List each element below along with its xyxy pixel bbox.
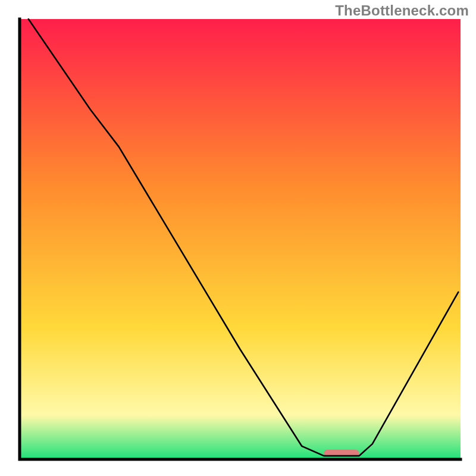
plot-background bbox=[20, 19, 461, 459]
watermark-label: TheBottleneck.com bbox=[335, 2, 469, 19]
chart-container: TheBottleneck.com bbox=[0, 0, 476, 476]
bottleneck-chart bbox=[0, 0, 476, 476]
